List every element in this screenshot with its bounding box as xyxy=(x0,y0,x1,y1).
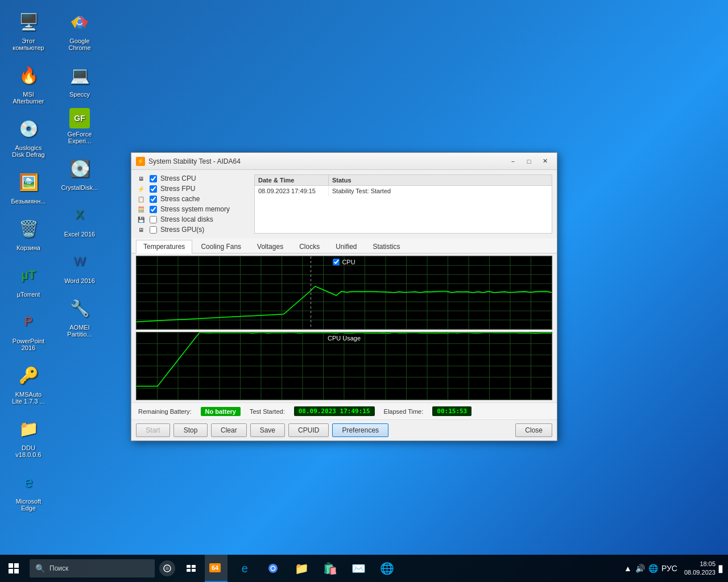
ddu-icon: 📁 xyxy=(15,415,42,442)
temp-cpu-checkbox[interactable] xyxy=(333,259,340,265)
stress-cpu-option[interactable]: 🖥 Stress CPU xyxy=(136,174,250,182)
start-button-taskbar[interactable] xyxy=(0,555,27,582)
taskbar-chrome-button[interactable] xyxy=(259,555,287,582)
kmsauto-label: KMSAutoLite 1.7.3 ... xyxy=(12,391,44,405)
desktop-icons-container: 🖥️ Этот компьютер 🔥 MSIAfterburner 💿 Aus… xyxy=(6,6,97,517)
desktop-icon-recycle[interactable]: 🗑️ Корзина xyxy=(6,213,51,253)
tab-statistics[interactable]: Statistics xyxy=(366,240,408,253)
taskbar-active-aida64[interactable]: 64 xyxy=(205,555,228,582)
utorrent-icon: µT xyxy=(15,261,42,289)
clock-date: 08.09.2023 xyxy=(684,568,715,577)
usage-chart-canvas xyxy=(136,332,552,400)
show-desktop-button[interactable]: ▮ xyxy=(718,562,723,575)
stop-button[interactable]: Stop xyxy=(173,423,208,437)
minimize-button[interactable]: − xyxy=(506,156,520,167)
word-label: Word 2016 xyxy=(64,277,95,284)
clear-button[interactable]: Clear xyxy=(211,423,247,437)
desktop-icon-edge[interactable]: e MicrosoftEdge xyxy=(6,466,51,514)
crystaldisk-icon: 💽 xyxy=(66,155,93,182)
stress-cpu-checkbox[interactable] xyxy=(150,175,157,182)
stress-cache-checkbox[interactable] xyxy=(150,196,157,203)
cortana-button[interactable] xyxy=(159,560,175,576)
word-icon: W xyxy=(66,248,93,275)
taskbar-right: ▲ 🔊 🌐 РУС 18:05 08.09.2023 ▮ xyxy=(619,560,728,577)
charts-wrapper: CPU 100°C 0°C 17:49:15 51 CPU Usage 100%… xyxy=(131,253,557,402)
desktop-icon-ddu[interactable]: 📁 DDUv18.0.0.6 xyxy=(6,413,51,460)
stress-memory-label: Stress system memory xyxy=(160,205,230,213)
desktop-icon-speccy[interactable]: 💻 Speccy xyxy=(57,59,102,100)
systray-network[interactable]: 🌐 xyxy=(648,564,658,573)
svg-rect-12 xyxy=(192,569,196,572)
desktop-icon-geforce[interactable]: GF GeForceExperi... xyxy=(57,106,102,147)
tab-cooling-fans[interactable]: Cooling Fans xyxy=(193,240,249,253)
taskbar-search[interactable]: 🔍 Поиск xyxy=(30,559,155,577)
tab-temperatures[interactable]: Temperatures xyxy=(136,240,192,253)
unnamed-icon: 🖼️ xyxy=(15,168,42,196)
svg-point-8 xyxy=(166,567,169,570)
desktop-icon-excel[interactable]: X Excel 2016 xyxy=(57,199,102,240)
stress-fpu-checkbox[interactable] xyxy=(150,185,157,193)
taskbar-systray: ▲ 🔊 🌐 РУС xyxy=(619,564,682,573)
crystaldisk-label: CrystalDisk... xyxy=(61,184,98,191)
powerpoint-icon: P xyxy=(15,308,42,335)
tab-unified[interactable]: Unified xyxy=(328,240,364,253)
geforce-label: GeForceExperi... xyxy=(68,131,92,144)
systray-up-arrow[interactable]: ▲ xyxy=(624,564,632,573)
desktop-icon-powerpoint[interactable]: P PowerPoint2016 xyxy=(6,306,51,354)
svg-rect-9 xyxy=(187,565,191,568)
desktop-icon-utorrent[interactable]: µT µTorrent xyxy=(6,259,51,300)
temperature-chart: CPU 100°C 0°C 17:49:15 51 xyxy=(136,256,552,330)
taskbar: 🔍 Поиск 64 e xyxy=(0,555,728,582)
taskbar-network-button[interactable]: 🌐 xyxy=(373,555,400,582)
desktop-icon-word[interactable]: W Word 2016 xyxy=(57,246,102,286)
stress-memory-option[interactable]: 🧮 Stress system memory xyxy=(136,205,250,213)
excel-icon: X xyxy=(66,201,93,228)
preferences-button[interactable]: Preferences xyxy=(332,423,388,437)
stress-localdisks-checkbox[interactable] xyxy=(150,216,157,223)
svg-rect-3 xyxy=(9,563,13,568)
stress-localdisks-option[interactable]: 💾 Stress local disks xyxy=(136,215,250,223)
task-view-button[interactable] xyxy=(177,555,205,582)
stress-options: 🖥 Stress CPU ⚡ Stress FPU 📋 Stress cache xyxy=(136,174,250,234)
taskbar-mail-button[interactable]: ✉️ xyxy=(345,555,372,582)
stress-gpu-option[interactable]: 🖥 Stress GPU(s) xyxy=(136,226,250,234)
temp-chart-canvas xyxy=(136,256,552,329)
systray-lang[interactable]: РУС xyxy=(661,564,677,573)
window-controls: − □ ✕ xyxy=(506,156,552,167)
desktop-icon-aomei[interactable]: 🔧 AOMEIPartitio... xyxy=(57,292,102,340)
start-button[interactable]: Start xyxy=(136,423,170,437)
desktop-icon-auslogics[interactable]: 💿 AuslogicsDisk Defrag xyxy=(6,113,51,160)
tab-clocks[interactable]: Clocks xyxy=(292,240,327,253)
taskbar-explorer-button[interactable]: 📁 xyxy=(288,555,315,582)
taskbar-store-button[interactable]: 🛍️ xyxy=(316,555,344,582)
desktop-icon-chrome[interactable]: GoogleChrome xyxy=(57,6,102,53)
stress-fpu-option[interactable]: ⚡ Stress FPU xyxy=(136,185,250,193)
desktop-icon-unnamed[interactable]: 🖼️ Безымянн... xyxy=(6,166,51,207)
stress-cache-option[interactable]: 📋 Stress cache xyxy=(136,195,250,203)
stress-memory-checkbox[interactable] xyxy=(150,206,157,213)
edge-label: MicrosoftEdge xyxy=(16,498,42,512)
stress-gpu-checkbox[interactable] xyxy=(150,226,157,234)
cache-stress-icon: 📋 xyxy=(136,195,146,203)
desktop-icon-kmsauto[interactable]: 🔑 KMSAutoLite 1.7.3 ... xyxy=(6,359,51,407)
close-window-button[interactable]: Close xyxy=(515,423,552,437)
desktop-icon-this-pc[interactable]: 🖥️ Этот компьютер xyxy=(6,6,51,53)
desktop-icon-msi[interactable]: 🔥 MSIAfterburner xyxy=(6,59,51,107)
test-started-label: Test Started: xyxy=(250,408,285,415)
cpu-stress-icon: 🖥 xyxy=(136,174,146,182)
window-titlebar[interactable]: ⚡ System Stability Test - AIDA64 − □ ✕ xyxy=(131,153,557,170)
systray-speaker[interactable]: 🔊 xyxy=(635,564,645,573)
tab-voltages[interactable]: Voltages xyxy=(250,240,291,253)
unnamed-label: Безымянн... xyxy=(11,198,46,205)
taskbar-edge-button[interactable]: e xyxy=(231,555,258,582)
aomei-label: AOMEIPartitio... xyxy=(67,324,92,338)
cpuid-button[interactable]: CPUID xyxy=(288,423,329,437)
usage-label-text: CPU Usage xyxy=(328,335,361,342)
close-button[interactable]: ✕ xyxy=(537,156,552,167)
test-started-value: 08.09.2023 17:49:15 xyxy=(294,406,375,416)
save-button[interactable]: Save xyxy=(250,423,285,437)
maximize-button[interactable]: □ xyxy=(522,156,536,167)
desktop-icon-crystaldisk[interactable]: 💽 CrystalDisk... xyxy=(57,152,102,193)
log-header: Date & Time Status xyxy=(255,175,552,186)
taskbar-clock[interactable]: 18:05 08.09.2023 xyxy=(684,560,715,577)
